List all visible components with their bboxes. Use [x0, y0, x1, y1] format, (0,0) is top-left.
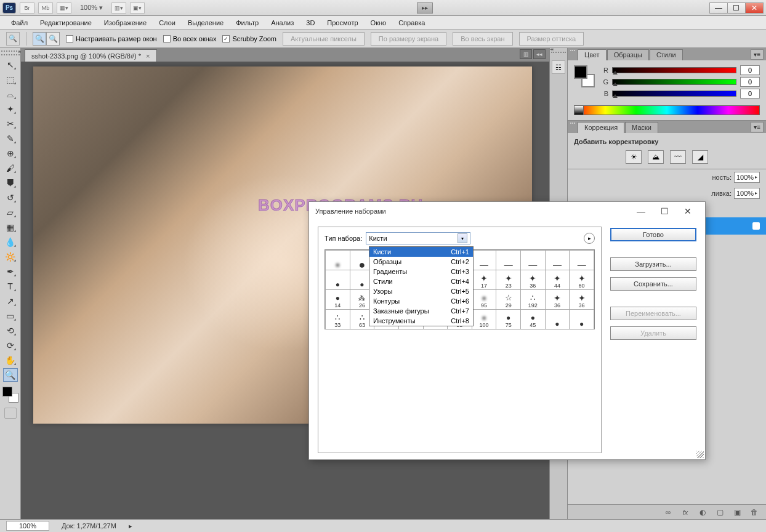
hand-tool[interactable]: ✋: [3, 353, 18, 367]
b-value[interactable]: 0: [740, 89, 760, 99]
dialog-maximize-button[interactable]: ☐: [653, 203, 675, 219]
move-tool[interactable]: ↖: [3, 58, 18, 71]
blur-tool[interactable]: 💧: [3, 235, 18, 249]
dialog-minimize-button[interactable]: —: [630, 203, 652, 219]
dropdown-item-tools[interactable]: ИнструментыCtrl+8: [369, 316, 473, 326]
stamp-tool[interactable]: ⛊: [3, 176, 18, 190]
panel-menu-icon[interactable]: ▾≡: [751, 122, 764, 132]
menu-filter[interactable]: Фильтр: [230, 17, 265, 28]
delete-button[interactable]: Удалить: [610, 326, 696, 340]
collapse-panels-button[interactable]: ▸▸: [417, 2, 433, 14]
window-maximize-button[interactable]: ☐: [727, 2, 746, 14]
tab-adjustments[interactable]: Коррекция: [578, 122, 624, 133]
crop-tool[interactable]: ✂: [3, 117, 18, 131]
gradient-tool[interactable]: ▦: [3, 220, 18, 234]
3d-camera-tool[interactable]: ⟳: [3, 339, 18, 352]
layer-fx-icon[interactable]: fx: [680, 507, 691, 517]
bridge-button[interactable]: Br: [20, 2, 34, 14]
b-slider[interactable]: [612, 91, 736, 97]
delete-layer-icon[interactable]: 🗑: [749, 507, 760, 517]
r-slider[interactable]: [612, 67, 736, 73]
rename-button[interactable]: Переименовать...: [610, 307, 696, 320]
dropdown-item-styles[interactable]: СтилиCtrl+4: [369, 276, 473, 286]
menu-edit[interactable]: Редактирование: [34, 17, 98, 28]
preset-flyout-button[interactable]: ▸: [584, 233, 595, 244]
color-swatches[interactable]: [2, 387, 18, 403]
doc-expand-icon[interactable]: ◂◂: [533, 49, 546, 59]
dropdown-item-swatches[interactable]: ОбразцыCtrl+2: [369, 257, 473, 267]
brush-tool[interactable]: 🖌: [3, 161, 18, 175]
resize-grip[interactable]: [696, 451, 704, 458]
menu-3d[interactable]: 3D: [300, 17, 321, 28]
actual-pixels-button[interactable]: Актуальные пикселы: [283, 32, 365, 46]
tab-styles[interactable]: Стили: [650, 49, 683, 60]
brightness-adjustment-icon[interactable]: ☀: [626, 150, 642, 164]
curves-adjustment-icon[interactable]: 〰: [670, 150, 686, 164]
status-arrow-icon[interactable]: ▸: [129, 522, 132, 530]
window-close-button[interactable]: ✕: [745, 2, 764, 14]
history-dock-icon[interactable]: ☷: [552, 60, 565, 74]
menu-select[interactable]: Выделение: [182, 17, 230, 28]
dropdown-item-shapes[interactable]: Заказные фигурыCtrl+7: [369, 306, 473, 316]
current-tool-icon[interactable]: 🔍: [6, 32, 20, 46]
print-size-button[interactable]: Размер оттиска: [519, 32, 584, 46]
all-windows-checkbox[interactable]: Во всех окнах: [163, 35, 217, 42]
tab-masks[interactable]: Маски: [625, 122, 658, 133]
zoom-in-icon[interactable]: 🔍: [33, 32, 46, 46]
fill-value[interactable]: 100%▸: [734, 188, 760, 199]
lasso-tool[interactable]: ⌓: [3, 87, 18, 101]
load-button[interactable]: Загрузить...: [610, 257, 696, 271]
window-minimize-button[interactable]: —: [709, 2, 728, 14]
r-value[interactable]: 0: [740, 65, 760, 75]
menu-window[interactable]: Окно: [365, 17, 393, 28]
dodge-tool[interactable]: 🔆: [3, 250, 18, 264]
wand-tool[interactable]: ✦: [3, 102, 18, 116]
tab-color[interactable]: Цвет: [578, 49, 607, 60]
menu-file[interactable]: Файл: [5, 17, 34, 28]
resize-windows-checkbox[interactable]: Настраивать размер окон: [66, 35, 157, 42]
panel-menu-icon[interactable]: ▾≡: [751, 49, 764, 60]
dropdown-item-contours[interactable]: КонтурыCtrl+6: [369, 296, 473, 306]
zoom-select[interactable]: 100% ▾: [80, 4, 103, 12]
color-fg-bg-swatch[interactable]: [574, 65, 595, 90]
screen-mode-button[interactable]: ▦▾: [57, 2, 71, 14]
tab-swatches[interactable]: Образцы: [607, 49, 649, 60]
menu-view[interactable]: Просмотр: [321, 17, 364, 28]
full-screen-button[interactable]: Во весь экран: [453, 32, 512, 46]
zoom-out-icon[interactable]: 🔍: [46, 32, 60, 46]
dock-handle[interactable]: [551, 52, 566, 57]
pen-tool[interactable]: ✒: [3, 265, 18, 278]
document-tab[interactable]: sshot-2333.png @ 100% (RGB/8#) * ×: [25, 49, 157, 62]
eyedropper-tool[interactable]: ✎: [3, 132, 18, 145]
doc-arrange-icon[interactable]: ▥: [520, 49, 532, 59]
healing-tool[interactable]: ⊕: [3, 147, 18, 160]
shape-tool[interactable]: ▭: [3, 309, 18, 323]
type-tool[interactable]: T: [3, 280, 18, 293]
exposure-adjustment-icon[interactable]: ◢: [692, 150, 708, 164]
menu-layer[interactable]: Слои: [153, 17, 182, 28]
combo-arrow-icon[interactable]: ▾: [458, 233, 467, 243]
dialog-titlebar[interactable]: Управление наборами — ☐ ✕: [309, 202, 705, 220]
marquee-tool[interactable]: ⬚: [3, 73, 18, 86]
layer-mask-icon[interactable]: ◐: [697, 507, 708, 517]
menu-image[interactable]: Изображение: [98, 17, 153, 28]
levels-adjustment-icon[interactable]: ⛰: [648, 150, 664, 164]
g-value[interactable]: 0: [740, 77, 760, 87]
dropdown-item-gradients[interactable]: ГрадиентыCtrl+3: [369, 267, 473, 276]
close-tab-icon[interactable]: ×: [146, 52, 150, 60]
save-button[interactable]: Сохранить...: [610, 277, 696, 291]
eraser-tool[interactable]: ▱: [3, 206, 18, 219]
minibridge-button[interactable]: Mb: [38, 2, 53, 14]
3d-tool[interactable]: ⟲: [3, 324, 18, 337]
dropdown-item-patterns[interactable]: УзорыCtrl+5: [369, 286, 473, 296]
quick-mask-toggle[interactable]: [4, 408, 17, 419]
done-button[interactable]: Готово: [610, 228, 696, 241]
screen-arrange-button[interactable]: ▣▾: [130, 2, 145, 14]
new-layer-icon[interactable]: ▣: [732, 507, 743, 517]
scrubby-zoom-checkbox[interactable]: Scrubby Zoom: [222, 35, 276, 42]
opacity-value[interactable]: 100%▸: [734, 172, 760, 183]
menu-help[interactable]: Справка: [392, 17, 431, 28]
dialog-close-button[interactable]: ✕: [677, 203, 699, 219]
menu-analysis[interactable]: Анализ: [265, 17, 300, 28]
preset-type-combo[interactable]: Кисти ▾: [366, 232, 470, 244]
